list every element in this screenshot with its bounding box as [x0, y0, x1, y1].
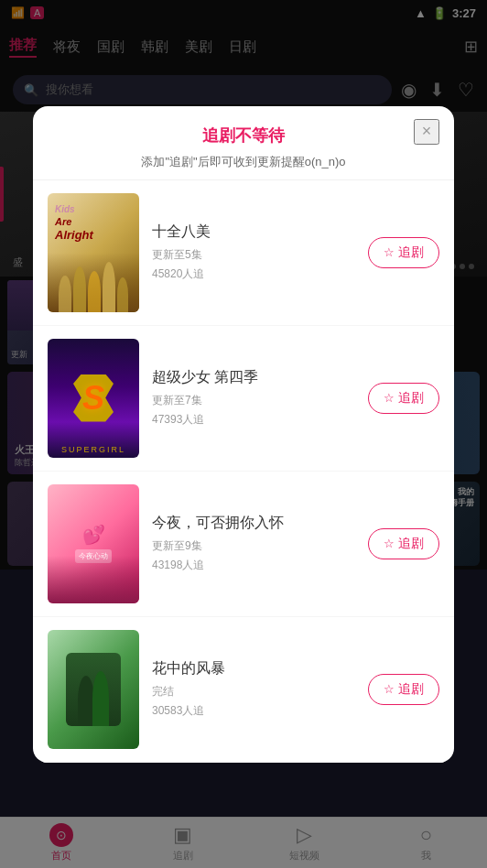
follow-label-3: 追剧 — [398, 536, 424, 552]
show-thumb-3[interactable]: 💕 今夜心动 — [48, 484, 139, 603]
star-icon-4: ☆ — [384, 682, 395, 696]
modal-title: 追剧不等待 — [51, 125, 436, 146]
show-name-3: 今夜，可否拥你入怀 — [152, 514, 355, 533]
show-followers-4: 30583人追 — [152, 703, 355, 719]
thumb-bg-couple — [48, 630, 139, 749]
thumb-bg-supergirl: S SUPERGIRL — [48, 339, 139, 458]
show-item-3: 💕 今夜心动 今夜，可否拥你入怀 更新至9集 43198人追 ☆ 追剧 — [33, 472, 454, 617]
show-info-2: 超级少女 第四季 更新至7集 47393人追 — [152, 368, 355, 428]
romance-emoji: 💕 — [82, 524, 105, 546]
show-list: Kids Are Alright — [33, 180, 454, 763]
star-icon-3: ☆ — [384, 537, 395, 550]
modal-close-button[interactable]: × — [414, 119, 439, 145]
supergirl-logo-container: S — [48, 339, 139, 458]
show-followers-2: 47393人追 — [152, 412, 355, 428]
follow-button-3[interactable]: ☆ 追剧 — [368, 528, 439, 559]
show-update-4: 完结 — [152, 684, 355, 700]
follow-button-4[interactable]: ☆ 追剧 — [368, 674, 439, 705]
show-followers-3: 43198人追 — [152, 558, 355, 573]
couple-content — [48, 630, 139, 749]
modal-overlay[interactable]: 追剧不等待 添加"追剧"后即可收到更新提醒o(n_n)o × Kids Are … — [0, 0, 487, 868]
show-update-3: 更新至9集 — [152, 538, 355, 554]
supergirl-text: SUPERGIRL — [48, 445, 139, 454]
show-name-4: 花中的风暴 — [152, 659, 355, 678]
modal-header: 追剧不等待 添加"追剧"后即可收到更新提醒o(n_n)o × — [33, 106, 454, 180]
show-update-2: 更新至7集 — [152, 393, 355, 408]
show-item-4: 花中的风暴 完结 30583人追 ☆ 追剧 — [33, 617, 454, 763]
supergirl-emblem: S — [73, 374, 114, 422]
show-thumb-1[interactable]: Kids Are Alright — [48, 193, 139, 312]
star-icon-2: ☆ — [384, 391, 395, 405]
modal-subtitle: 添加"追剧"后即可收到更新提醒o(n_n)o — [51, 154, 436, 170]
follow-label-4: 追剧 — [398, 681, 424, 698]
people-row — [48, 246, 139, 312]
romance-gradient — [48, 556, 139, 603]
show-name-1: 十全八美 — [152, 222, 355, 242]
follow-label-1: 追剧 — [398, 244, 424, 261]
couple-silhouettes — [70, 662, 116, 726]
show-info-3: 今夜，可否拥你入怀 更新至9集 43198人追 — [152, 514, 355, 573]
show-thumb-4[interactable] — [48, 630, 139, 749]
thumb-bg-romance: 💕 今夜心动 — [48, 484, 139, 603]
show-name-2: 超级少女 第四季 — [152, 368, 355, 387]
follow-button-2[interactable]: ☆ 追剧 — [368, 383, 439, 414]
show-info-1: 十全八美 更新至5集 45820人追 — [152, 222, 355, 282]
supergirl-s-letter: S — [82, 379, 104, 418]
show-item-2: S SUPERGIRL 超级少女 第四季 更新至7集 47393人追 ☆ 追剧 — [33, 326, 454, 472]
show-update-1: 更新至5集 — [152, 247, 355, 263]
show-info-4: 花中的风暴 完结 30583人追 — [152, 659, 355, 719]
show-followers-1: 45820人追 — [152, 266, 355, 282]
couple-card — [66, 653, 121, 726]
show-thumb-2[interactable]: S SUPERGIRL — [48, 339, 139, 458]
follow-button-1[interactable]: ☆ 追剧 — [368, 237, 439, 268]
show-item-1: Kids Are Alright — [33, 180, 454, 326]
kids-title-text: Kids Are Alright — [55, 202, 93, 243]
follow-modal: 追剧不等待 添加"追剧"后即可收到更新提醒o(n_n)o × Kids Are … — [33, 106, 454, 763]
star-icon-1: ☆ — [384, 245, 395, 259]
couple-figures — [66, 653, 121, 726]
thumb-bg-kids: Kids Are Alright — [48, 193, 139, 312]
follow-label-2: 追剧 — [398, 390, 424, 407]
